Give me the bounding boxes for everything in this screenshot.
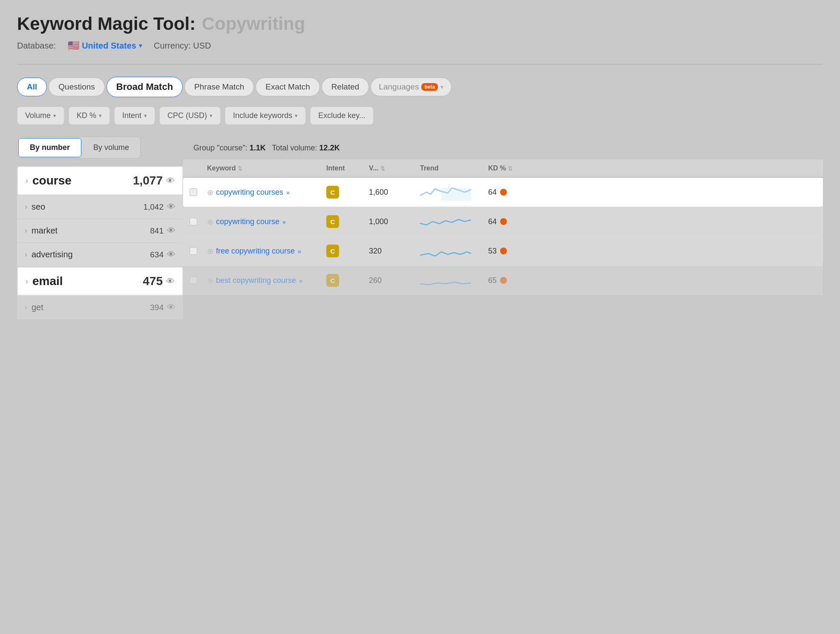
filter-volume[interactable]: Volume ▾ bbox=[17, 107, 64, 125]
kd-value: 53 bbox=[488, 247, 497, 256]
filter-include[interactable]: Include keywords ▾ bbox=[225, 107, 306, 125]
group-right: 1,077 👁 bbox=[133, 174, 175, 187]
group-name-get: get bbox=[32, 303, 43, 312]
tab-exact-match[interactable]: Exact Match bbox=[256, 78, 320, 96]
add-icon[interactable]: ⊕ bbox=[207, 247, 213, 256]
title-main: Keyword Magic Tool: bbox=[17, 14, 196, 34]
add-icon[interactable]: ⊕ bbox=[207, 188, 213, 197]
keyword-link[interactable]: free copywriting course » bbox=[216, 247, 301, 255]
filter-exclude[interactable]: Exclude key... bbox=[310, 107, 374, 125]
tab-languages[interactable]: Languages beta ▾ bbox=[371, 78, 452, 96]
row1-keyword-cell: ⊕ copywriting courses » bbox=[204, 187, 323, 197]
chevron-down-icon: ▾ bbox=[295, 112, 298, 119]
tab-broad-match[interactable]: Broad Match bbox=[106, 77, 183, 97]
row3-volume: 320 bbox=[365, 247, 417, 256]
keyword-link[interactable]: copywriting course » bbox=[216, 217, 286, 226]
tab-related[interactable]: Related bbox=[322, 78, 369, 96]
row4-kd: 65 bbox=[485, 276, 536, 285]
group-item-get[interactable]: › get 394 👁 bbox=[17, 296, 183, 320]
flag-icon: 🇺🇸 bbox=[68, 40, 79, 51]
trend-chart bbox=[420, 272, 471, 289]
sort-by-volume[interactable]: By volume bbox=[82, 137, 140, 158]
right-panel: Group "course": 1.1K Total volume: 12.2K… bbox=[183, 137, 823, 320]
row1-check[interactable] bbox=[183, 188, 204, 196]
row2-trend bbox=[417, 213, 468, 230]
filters-row: Volume ▾ KD % ▾ Intent ▾ CPC (USD) ▾ Inc… bbox=[17, 107, 823, 125]
th-kd[interactable]: KD % ⇅ bbox=[485, 164, 536, 172]
chevron-right-icon: › bbox=[26, 176, 28, 185]
group-item-course[interactable]: › course 1,077 👁 bbox=[17, 166, 183, 195]
volume-value: 1,600 bbox=[369, 188, 388, 196]
filter-intent[interactable]: Intent ▾ bbox=[114, 107, 155, 125]
group-list: › course 1,077 👁 › seo 1,042 👁 bbox=[17, 166, 183, 320]
intent-badge: C bbox=[326, 186, 339, 199]
total-volume-display: 12.2K bbox=[319, 144, 340, 152]
group-item-email[interactable]: › email 475 👁 bbox=[17, 267, 183, 296]
currency-label: Currency: USD bbox=[154, 41, 211, 51]
filter-intent-label: Intent bbox=[122, 111, 141, 120]
th-intent: Intent bbox=[323, 164, 365, 172]
row4-volume: 260 bbox=[365, 276, 417, 285]
table-row: ⊕ best copywriting course » C 260 bbox=[183, 266, 823, 295]
group-name-email: email bbox=[32, 274, 63, 288]
sort-icon: ⇅ bbox=[380, 165, 385, 172]
checkbox[interactable] bbox=[190, 247, 197, 255]
tab-questions[interactable]: Questions bbox=[49, 78, 105, 96]
checkbox[interactable] bbox=[190, 218, 197, 225]
row2-intent: C bbox=[323, 215, 365, 228]
sort-icon: ⇅ bbox=[508, 165, 512, 172]
country-selector[interactable]: 🇺🇸 United States ▾ bbox=[68, 40, 142, 51]
filter-volume-label: Volume bbox=[25, 111, 51, 120]
keyword-link[interactable]: best copywriting course » bbox=[216, 276, 302, 285]
tabs-row: All Questions Broad Match Phrase Match E… bbox=[17, 77, 823, 97]
eye-icon[interactable]: 👁 bbox=[167, 250, 175, 259]
table-row: ⊕ copywriting courses » C 1,600 bbox=[183, 178, 823, 207]
th-trend: Trend bbox=[417, 164, 485, 172]
checkbox[interactable] bbox=[190, 188, 197, 196]
divider bbox=[17, 64, 823, 65]
group-count-display: 1.1K bbox=[250, 144, 266, 152]
tab-all[interactable]: All bbox=[17, 78, 47, 96]
filter-cpc[interactable]: CPC (USD) ▾ bbox=[159, 107, 221, 125]
row2-check[interactable] bbox=[183, 218, 204, 225]
th-volume[interactable]: V... ⇅ bbox=[365, 164, 417, 172]
group-item-advertising[interactable]: › advertising 634 👁 bbox=[17, 243, 183, 267]
filter-cpc-label: CPC (USD) bbox=[167, 111, 207, 120]
languages-label: Languages bbox=[379, 82, 419, 92]
kd-value: 65 bbox=[488, 276, 497, 285]
intent-badge: C bbox=[326, 215, 339, 228]
th-keyword[interactable]: Keyword ⇅ bbox=[204, 164, 323, 172]
eye-icon[interactable]: 👁 bbox=[167, 226, 175, 236]
group-item-seo[interactable]: › seo 1,042 👁 bbox=[17, 195, 183, 219]
eye-icon[interactable]: 👁 bbox=[167, 303, 175, 312]
group-info: Group "course": 1.1K Total volume: 12.2K bbox=[183, 137, 823, 159]
row3-kd: 53 bbox=[485, 247, 536, 256]
eye-icon[interactable]: 👁 bbox=[166, 277, 175, 286]
row4-check[interactable] bbox=[183, 277, 204, 284]
sort-by-number[interactable]: By number bbox=[18, 138, 81, 157]
chevron-right-icon: › bbox=[25, 303, 27, 312]
group-name-advertising: advertising bbox=[32, 250, 73, 259]
keyword-link[interactable]: copywriting courses » bbox=[216, 188, 290, 196]
row3-trend bbox=[417, 242, 468, 259]
row2-kd: 64 bbox=[485, 217, 536, 226]
trend-chart bbox=[420, 213, 471, 230]
arrows-icon: » bbox=[286, 189, 290, 196]
row2-volume: 1,000 bbox=[365, 217, 417, 226]
add-icon[interactable]: ⊕ bbox=[207, 276, 213, 285]
country-name: United States bbox=[82, 41, 136, 51]
eye-icon[interactable]: 👁 bbox=[166, 176, 175, 186]
group-item-market[interactable]: › market 841 👁 bbox=[17, 219, 183, 243]
row4-trend bbox=[417, 272, 468, 289]
tab-phrase-match[interactable]: Phrase Match bbox=[184, 78, 254, 96]
add-icon[interactable]: ⊕ bbox=[207, 217, 213, 227]
chevron-down-icon: ▾ bbox=[139, 42, 142, 49]
intent-badge: C bbox=[326, 245, 339, 257]
arrows-icon: » bbox=[299, 277, 302, 284]
checkbox[interactable] bbox=[190, 277, 197, 284]
row3-check[interactable] bbox=[183, 247, 204, 255]
volume-value: 320 bbox=[369, 247, 382, 255]
eye-icon[interactable]: 👁 bbox=[167, 202, 175, 212]
database-label: Database: bbox=[17, 41, 56, 51]
filter-kd[interactable]: KD % ▾ bbox=[69, 107, 110, 125]
